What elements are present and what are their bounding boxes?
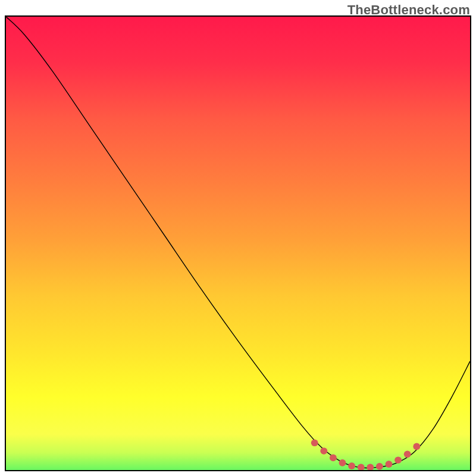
highlight-dot-group — [311, 439, 421, 470]
plot-frame — [5, 15, 471, 471]
main-curve — [6, 17, 470, 468]
chart-stage: TheBottleneck.com — [0, 0, 476, 476]
highlight-dot — [376, 463, 383, 470]
highlight-dot — [394, 456, 402, 464]
highlight-dot — [404, 451, 411, 458]
highlight-dot — [339, 459, 346, 466]
highlight-dot — [320, 447, 327, 455]
highlight-dot — [358, 464, 365, 470]
highlight-dot — [367, 464, 374, 470]
highlight-dot — [413, 443, 420, 450]
highlight-dot — [386, 461, 393, 468]
chart-svg — [6, 17, 470, 470]
watermark-text: TheBottleneck.com — [347, 2, 470, 18]
highlight-dot — [348, 462, 355, 469]
highlight-dot — [311, 439, 318, 446]
highlight-dot — [330, 455, 337, 462]
